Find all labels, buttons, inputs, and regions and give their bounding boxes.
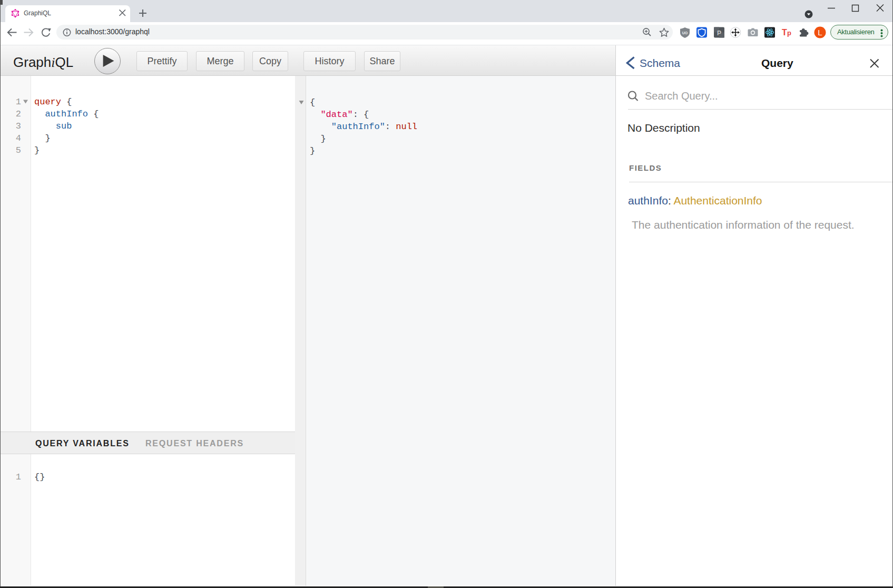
svg-text:UO: UO — [682, 31, 688, 35]
svg-text:P: P — [717, 30, 721, 37]
svg-text:L: L — [818, 28, 822, 37]
svg-text:p: p — [787, 29, 791, 37]
svg-text:T: T — [782, 28, 787, 37]
